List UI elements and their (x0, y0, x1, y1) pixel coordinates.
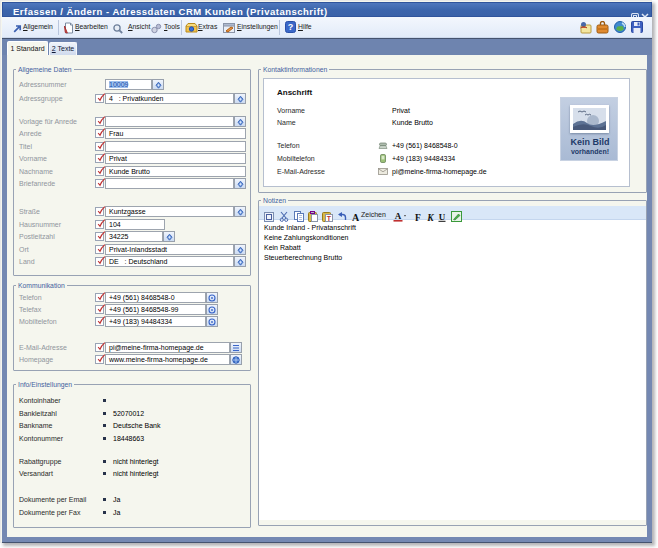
svg-text:U: U (439, 212, 446, 222)
svg-text:F: F (415, 213, 421, 222)
svg-text:T: T (327, 215, 332, 222)
svg-text:A: A (352, 212, 360, 222)
svg-text:A: A (395, 211, 402, 221)
svg-text:K: K (426, 213, 434, 222)
svg-text:?: ? (288, 22, 294, 32)
